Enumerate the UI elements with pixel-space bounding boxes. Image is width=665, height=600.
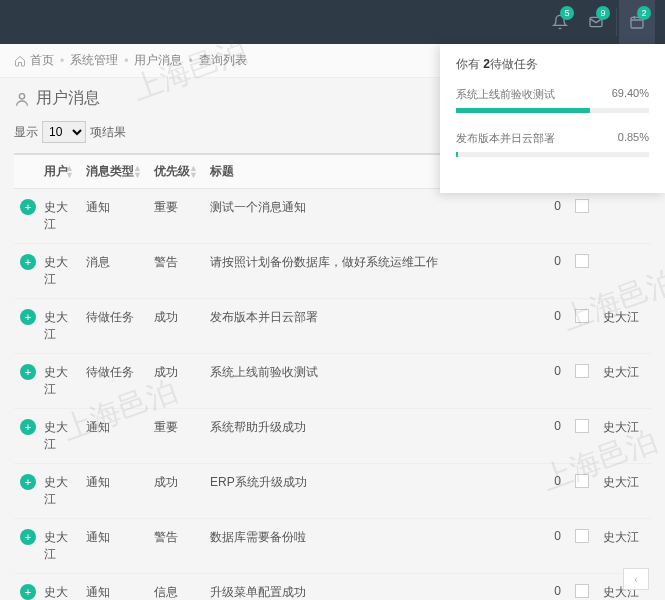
checkbox[interactable] — [575, 199, 589, 213]
cell-user: 史大江 — [38, 354, 80, 409]
cell-num: 0 — [537, 189, 567, 244]
cell-num: 0 — [537, 244, 567, 299]
page-size-select[interactable]: 10 — [42, 121, 86, 143]
cell-priority: 信息 — [148, 574, 204, 601]
cell-type: 待做任务 — [80, 354, 148, 409]
cell-num: 0 — [537, 574, 567, 601]
checkbox[interactable] — [575, 419, 589, 433]
table-row: +史大江待做任务成功系统上线前验收测试0史大江 — [14, 354, 651, 409]
checkbox[interactable] — [575, 474, 589, 488]
cell-priority: 成功 — [148, 299, 204, 354]
cell-user: 史大江 — [38, 409, 80, 464]
cell-user: 史大江 — [38, 299, 80, 354]
table-row: +史大江通知重要系统帮助升级成功0史大江 — [14, 409, 651, 464]
cell-type: 通知 — [80, 189, 148, 244]
expand-icon[interactable]: + — [20, 584, 36, 600]
checkbox[interactable] — [575, 309, 589, 323]
cell-title: 测试一个消息通知 — [204, 189, 537, 244]
crumb-item[interactable]: 系统管理 — [70, 52, 118, 69]
cell-title: 升级菜单配置成功 — [204, 574, 537, 601]
cell-user: 史大江 — [38, 189, 80, 244]
expand-icon[interactable]: + — [20, 254, 36, 270]
sort-icon: ▲▼ — [133, 165, 142, 179]
cell-type: 通知 — [80, 574, 148, 601]
cell-owner: 史大江 — [597, 519, 651, 574]
page-title-text: 用户消息 — [36, 88, 100, 109]
cell-user: 史大江 — [38, 574, 80, 601]
cell-priority: 成功 — [148, 464, 204, 519]
expand-icon[interactable]: + — [20, 364, 36, 380]
cell-num: 0 — [537, 299, 567, 354]
th-type[interactable]: 消息类型▲▼ — [80, 154, 148, 189]
cell-priority: 重要 — [148, 189, 204, 244]
cell-priority: 警告 — [148, 244, 204, 299]
cell-user: 史大江 — [38, 244, 80, 299]
task-name: 系统上线前验收测试 — [456, 87, 555, 102]
expand-icon[interactable]: + — [20, 419, 36, 435]
cell-owner: 史大江 — [597, 464, 651, 519]
cell-user: 史大江 — [38, 519, 80, 574]
progress-bar — [456, 108, 649, 113]
divider — [616, 8, 617, 36]
crumb-home[interactable]: 首页 — [30, 52, 54, 69]
home-icon — [14, 55, 26, 67]
checkbox[interactable] — [575, 529, 589, 543]
cell-type: 通知 — [80, 464, 148, 519]
cell-priority: 重要 — [148, 409, 204, 464]
pager-prev[interactable]: ‹ — [623, 568, 649, 590]
crumb-item[interactable]: 用户消息 — [134, 52, 182, 69]
progress-bar — [456, 152, 649, 157]
cell-title: ERP系统升级成功 — [204, 464, 537, 519]
cell-owner — [597, 244, 651, 299]
user-icon — [14, 91, 30, 107]
task-percent: 0.85% — [618, 131, 649, 146]
cell-type: 待做任务 — [80, 299, 148, 354]
cell-title: 请按照计划备份数据库，做好系统运维工作 — [204, 244, 537, 299]
th-user[interactable]: 用户▲▼ — [38, 154, 80, 189]
task-item[interactable]: 系统上线前验收测试69.40% — [456, 87, 649, 113]
table-row: +史大江通知重要测试一个消息通知0 — [14, 189, 651, 244]
table-row: +史大江通知信息升级菜单配置成功0史大江 — [14, 574, 651, 601]
cell-type: 通知 — [80, 519, 148, 574]
task-heading: 你有 2待做任务 — [456, 56, 649, 73]
table-row: +史大江通知成功ERP系统升级成功0史大江 — [14, 464, 651, 519]
badge: 9 — [596, 6, 610, 20]
show-prefix: 显示 — [14, 124, 38, 141]
cell-priority: 警告 — [148, 519, 204, 574]
th-priority[interactable]: 优先级▲▼ — [148, 154, 204, 189]
sort-icon: ▲▼ — [189, 165, 198, 179]
crumb-item[interactable]: 查询列表 — [199, 52, 247, 69]
cell-title: 系统上线前验收测试 — [204, 354, 537, 409]
table-row: +史大江待做任务成功发布版本并日云部署0史大江 — [14, 299, 651, 354]
cell-owner: 史大江 — [597, 409, 651, 464]
task-panel: 你有 2待做任务 系统上线前验收测试69.40%发布版本并日云部署0.85% — [440, 44, 665, 193]
cell-title: 发布版本并日云部署 — [204, 299, 537, 354]
cell-priority: 成功 — [148, 354, 204, 409]
cell-num: 0 — [537, 409, 567, 464]
checkbox[interactable] — [575, 254, 589, 268]
cell-title: 系统帮助升级成功 — [204, 409, 537, 464]
calendar-icon[interactable]: 2 — [619, 0, 655, 44]
cell-num: 0 — [537, 354, 567, 409]
topbar: 5 9 2 — [0, 0, 665, 44]
bell-icon[interactable]: 5 — [542, 0, 578, 44]
sort-icon: ▲▼ — [65, 165, 74, 179]
checkbox[interactable] — [575, 584, 589, 598]
cell-type: 消息 — [80, 244, 148, 299]
expand-icon[interactable]: + — [20, 474, 36, 490]
cell-type: 通知 — [80, 409, 148, 464]
expand-icon[interactable]: + — [20, 309, 36, 325]
cell-owner — [597, 189, 651, 244]
checkbox[interactable] — [575, 364, 589, 378]
svg-point-2 — [19, 93, 24, 98]
show-suffix: 项结果 — [90, 124, 126, 141]
task-item[interactable]: 发布版本并日云部署0.85% — [456, 131, 649, 157]
cell-user: 史大江 — [38, 464, 80, 519]
expand-icon[interactable]: + — [20, 199, 36, 215]
expand-icon[interactable]: + — [20, 529, 36, 545]
cell-owner: 史大江 — [597, 354, 651, 409]
messages-table: 用户▲▼ 消息类型▲▼ 优先级▲▼ 标题▲▼ +史大江通知重要测试一个消息通知0… — [14, 153, 651, 600]
mail-icon[interactable]: 9 — [578, 0, 614, 44]
cell-num: 0 — [537, 519, 567, 574]
task-percent: 69.40% — [612, 87, 649, 102]
